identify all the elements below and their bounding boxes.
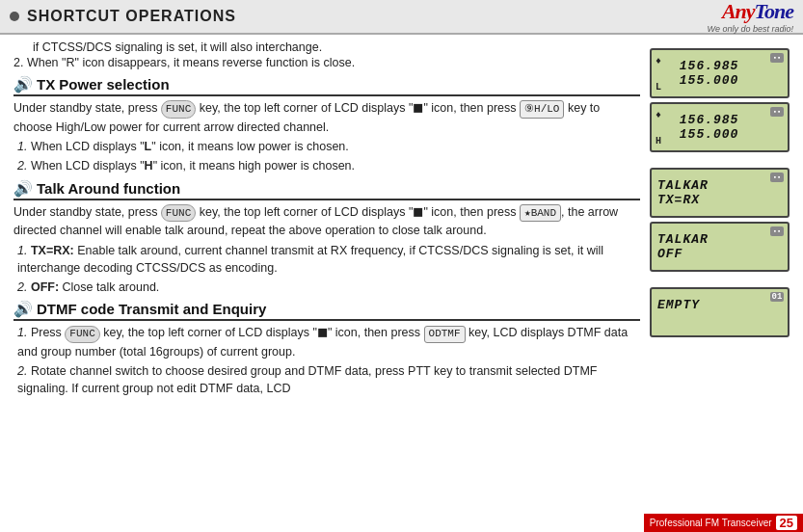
talk-around-body: Under standby state, press FUNC key, the… xyxy=(13,203,640,240)
lcd1-dot: ♦ xyxy=(656,56,661,66)
lcd-screen-4: ▪▪ TALKAR OFF xyxy=(650,222,790,272)
spacer1 xyxy=(650,156,790,164)
func-key-icon3: FUNC xyxy=(65,326,99,343)
lcd2-line2: 155.000 xyxy=(671,127,782,142)
dtmf-key-icon: ODTMF xyxy=(424,326,466,343)
intro-line1: if CTCSS/DCS signaling is set, it will a… xyxy=(13,40,640,54)
tx-power-item1: 1. When LCD displays "L" icon, it means … xyxy=(17,138,640,155)
lcd-screen-2: ▪▪ ♦ 156.985 155.000 H xyxy=(650,102,790,152)
tx-power-body: Under standby state, press FUNC key, the… xyxy=(13,99,640,136)
spacer2 xyxy=(650,276,790,283)
talk-around-item1: 1. TX=RX: Enable talk around, current ch… xyxy=(17,242,640,277)
page-title: SHORTCUT OPERATIONS xyxy=(27,8,236,25)
lcd2-indicator: ▪▪ xyxy=(770,107,784,117)
lcd1-line2: 155.000 xyxy=(671,73,782,88)
talk-around-items: 1. TX=RX: Enable talk around, current ch… xyxy=(13,242,640,296)
tx-power-bullet-icon: 🔊 xyxy=(13,75,33,93)
lcd1-indicator: ▪▪ xyxy=(770,53,784,63)
dtmf-item2: 2. Rotate channel switch to choose desir… xyxy=(17,362,640,397)
func-key-icon: FUNC xyxy=(161,100,196,119)
logo-area: AnyTone We only do best radio! xyxy=(708,0,793,34)
dtmf-items: 1. Press FUNC key, the top left corner o… xyxy=(13,324,640,397)
tx-power-items: 1. When LCD displays "L" icon, it means … xyxy=(13,138,640,174)
dtmf-heading: 🔊 DTMF code Transmit and Enquiry xyxy=(13,300,640,321)
header-bullet-icon xyxy=(10,12,19,21)
tx-power-item2: 2. When LCD displays "H" icon, it means … xyxy=(17,157,640,174)
band-key-icon: ★BAND xyxy=(520,204,561,223)
talk-around-bullet-icon: 🔊 xyxy=(13,179,33,198)
tx-power-title: TX Power selection xyxy=(37,76,170,93)
lcd5-indicator: 01 xyxy=(770,292,784,302)
talk-around-heading: 🔊 Talk Around function xyxy=(13,179,640,200)
lcd2-dot: ♦ xyxy=(656,110,661,120)
main-content: if CTCSS/DCS signaling is set, it will a… xyxy=(0,35,803,405)
text-column: if CTCSS/DCS signaling is set, it will a… xyxy=(13,40,640,399)
intro-line2: 2. When "R" icon disappears, it means re… xyxy=(13,56,640,69)
page-header: SHORTCUT OPERATIONS AnyTone We only do b… xyxy=(0,0,803,35)
dtmf-bullet-icon: 🔊 xyxy=(13,300,33,318)
dtmf-item1: 1. Press FUNC key, the top left corner o… xyxy=(17,324,640,360)
section-dtmf: 🔊 DTMF code Transmit and Enquiry 1. Pres… xyxy=(13,300,640,397)
lcd-screen-3: ▪▪ TALKAR TX=RX xyxy=(650,168,790,218)
talk-around-item2: 2. OFF: Close talk around. xyxy=(17,279,640,296)
page-number: 25 xyxy=(776,516,797,530)
lcd5-line1: EMPTY xyxy=(657,298,782,312)
h-lo-key-icon: ⑨H/LO xyxy=(520,100,564,119)
logo-slogan: We only do best radio! xyxy=(708,24,793,34)
lcd1-line1: 156.985 xyxy=(671,59,782,73)
lcd3-indicator: ▪▪ xyxy=(770,173,784,182)
lcd-screen-1: ▪▪ ♦ 156.985 155.000 L xyxy=(650,48,790,98)
lcd2-label: H xyxy=(656,136,661,146)
lcd-screen-5: 01 EMPTY xyxy=(650,287,790,337)
lcd4-indicator: ▪▪ xyxy=(770,226,784,236)
talk-around-title: Talk Around function xyxy=(37,180,180,197)
lcd3-line2: TX=RX xyxy=(657,193,782,207)
lcd1-label: L xyxy=(656,82,661,93)
lcd4-line1: TALKAR xyxy=(657,232,782,247)
dtmf-title: DTMF code Transmit and Enquiry xyxy=(37,301,266,317)
lcd4-line2: OFF xyxy=(657,247,782,261)
section-tx-power: 🔊 TX Power selection Under standby state… xyxy=(13,75,640,175)
section-talk-around: 🔊 Talk Around function Under standby sta… xyxy=(13,179,640,297)
page-footer: Professional FM Transceiver 25 xyxy=(644,514,803,532)
intro-section: if CTCSS/DCS signaling is set, it will a… xyxy=(13,40,640,69)
brand-logo: AnyTone xyxy=(722,0,793,24)
footer-text: Professional FM Transceiver xyxy=(650,518,772,528)
lcd3-line1: TALKAR xyxy=(657,178,782,193)
lcd5-line2 xyxy=(657,312,782,327)
lcd2-line1: 156.985 xyxy=(671,113,782,127)
func-key-icon2: FUNC xyxy=(161,204,196,223)
tx-power-heading: 🔊 TX Power selection xyxy=(13,75,640,96)
lcd-column: ▪▪ ♦ 156.985 155.000 L ▪▪ ♦ 156.985 155.… xyxy=(650,40,790,399)
